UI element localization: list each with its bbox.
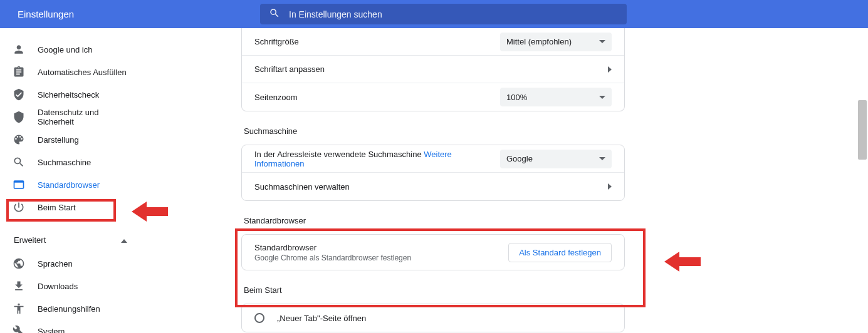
sidebar-item-label: Standardbrowser <box>38 180 100 190</box>
sidebar-item-label: Darstellung <box>38 135 79 145</box>
sidebar-item-label: Suchmaschine <box>38 158 91 167</box>
shield-icon <box>13 111 25 123</box>
default-browser-section-title: Standardbrowser <box>244 216 625 225</box>
content-area: Schriftgröße Mittel (empfohlen) Schrifta… <box>166 28 868 333</box>
sidebar-item-label: Beim Start <box>38 203 76 212</box>
sidebar-item-label: Bedienungshilfen <box>38 304 100 314</box>
sidebar-item-label: Sicherheitscheck <box>38 90 99 100</box>
annotation-arrow-panel <box>664 250 701 273</box>
sidebar-item-system[interactable]: System <box>0 320 141 333</box>
download-icon <box>13 280 25 292</box>
make-default-button[interactable]: Als Standard festlegen <box>508 243 612 262</box>
sidebar-item-google[interactable]: Google und ich <box>0 38 141 61</box>
font-size-value: Mittel (empfohlen) <box>506 37 572 46</box>
sidebar-item-downloads[interactable]: Downloads <box>0 275 141 297</box>
browser-icon <box>13 178 25 191</box>
chevron-right-icon <box>608 64 612 75</box>
default-browser-sub: Google Chrome als Standardbrowser festle… <box>254 254 508 262</box>
manage-search-engines-label: Suchmaschinen verwalten <box>254 182 608 192</box>
search-icon <box>269 8 280 21</box>
header-bar: Einstellungen <box>0 0 868 28</box>
sidebar-item-languages[interactable]: Sprachen <box>0 252 141 275</box>
search-engine-row: In der Adressleiste verwendete Suchmasch… <box>242 145 624 173</box>
startup-option-newtab[interactable]: „Neuer Tab"-Seite öffnen <box>242 304 624 332</box>
chevron-right-icon <box>608 181 612 192</box>
person-icon <box>13 43 25 56</box>
search-engine-value: Google <box>506 154 533 163</box>
chevron-down-icon <box>599 96 605 99</box>
search-box[interactable] <box>260 4 627 24</box>
font-size-label: Schriftgröße <box>254 37 500 46</box>
sidebar-item-label: System <box>38 327 65 334</box>
search-icon <box>13 156 25 168</box>
font-customize-row[interactable]: Schriftart anpassen <box>242 56 624 83</box>
radio-icon <box>254 313 264 323</box>
sidebar-item-search[interactable]: Suchmaschine <box>0 151 141 173</box>
globe-icon <box>13 257 25 270</box>
sidebar-item-startup[interactable]: Beim Start <box>0 196 141 218</box>
manage-search-engines-row[interactable]: Suchmaschinen verwalten <box>242 173 624 200</box>
zoom-select[interactable]: 100% <box>500 88 612 106</box>
scrollbar[interactable] <box>858 31 867 329</box>
zoom-value: 100% <box>506 93 527 102</box>
sidebar-item-label: Datenschutz und Sicherheit <box>38 108 128 126</box>
power-icon <box>13 201 25 213</box>
default-browser-card: Standardbrowser Google Chrome als Standa… <box>241 234 625 270</box>
wrench-icon <box>13 325 25 333</box>
font-size-row: Schriftgröße Mittel (empfohlen) <box>242 28 624 56</box>
palette-icon <box>13 133 25 146</box>
search-engine-label: In der Adressleiste verwendete Suchmasch… <box>254 150 500 168</box>
sidebar-item-default-browser[interactable]: Standardbrowser <box>0 173 141 196</box>
sidebar-item-accessibility[interactable]: Bedienungshilfen <box>0 297 141 320</box>
startup-section-title: Beim Start <box>244 285 625 295</box>
search-engine-select[interactable]: Google <box>500 150 612 168</box>
sidebar-item-label: Automatisches Ausfüllen <box>38 68 127 77</box>
sidebar-item-appearance[interactable]: Darstellung <box>0 128 141 151</box>
clipboard-icon <box>13 66 25 78</box>
chevron-down-icon <box>599 157 605 160</box>
search-input[interactable] <box>289 9 618 19</box>
default-browser-row: Standardbrowser Google Chrome als Standa… <box>242 235 624 270</box>
annotation-arrow-nav <box>132 200 168 223</box>
search-card: In der Adressleiste verwendete Suchmasch… <box>241 145 625 201</box>
page-title: Einstellungen <box>18 9 74 19</box>
scrollbar-thumb[interactable] <box>858 100 867 160</box>
default-browser-label: Standardbrowser <box>254 243 508 252</box>
advanced-label: Erweitert <box>14 235 121 245</box>
sidebar-item-label: Downloads <box>38 282 78 291</box>
startup-card: „Neuer Tab"-Seite öffnen <box>241 304 625 332</box>
shield-check-icon <box>13 88 25 101</box>
zoom-row: Seitenzoom 100% <box>242 83 624 111</box>
chevron-down-icon <box>599 40 605 43</box>
sidebar-item-privacy[interactable]: Datenschutz und Sicherheit <box>0 106 141 128</box>
search-section-title: Suchmaschine <box>244 126 625 136</box>
chevron-up-icon <box>121 234 127 245</box>
startup-option-label: „Neuer Tab"-Seite öffnen <box>277 314 612 323</box>
sidebar-item-label: Sprachen <box>38 259 73 269</box>
sidebar-item-label: Google und ich <box>38 45 92 54</box>
sidebar-item-autofill[interactable]: Automatisches Ausfüllen <box>0 61 141 83</box>
sidebar-advanced-toggle[interactable]: Erweitert <box>0 227 141 252</box>
sidebar: Google und ich Automatisches Ausfüllen S… <box>0 28 166 333</box>
font-customize-label: Schriftart anpassen <box>254 64 608 74</box>
font-size-select[interactable]: Mittel (empfohlen) <box>500 33 612 51</box>
appearance-card: Schriftgröße Mittel (empfohlen) Schrifta… <box>241 28 625 111</box>
accessibility-icon <box>13 302 25 315</box>
sidebar-item-safety[interactable]: Sicherheitscheck <box>0 83 141 106</box>
zoom-label: Seitenzoom <box>254 93 500 102</box>
